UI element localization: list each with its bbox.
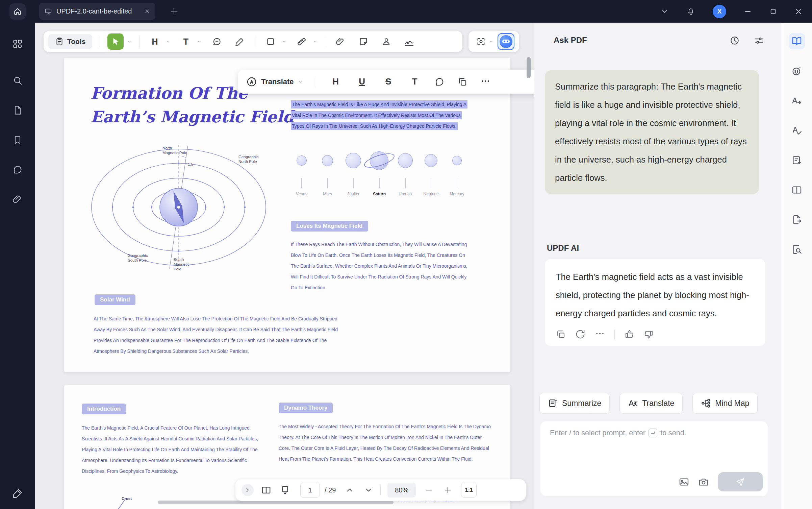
select-tool-button[interactable] — [107, 33, 124, 50]
text-tool-button[interactable]: T — [178, 34, 194, 49]
section-paragraph: The Most Widely - Accepted Theory For Th… — [279, 421, 491, 464]
tab-title: UPDF-2.0-cant-be-edited — [56, 7, 140, 15]
regenerate-icon[interactable] — [575, 329, 585, 339]
section-badge: Loses Its Magnetic Field — [291, 221, 368, 232]
divider — [100, 36, 100, 47]
chevron-down-icon[interactable] — [489, 39, 493, 44]
copy-icon[interactable] — [556, 329, 566, 339]
chevron-down-icon[interactable] — [282, 39, 286, 44]
account-avatar[interactable]: X — [713, 5, 726, 18]
translate-icon — [246, 76, 257, 87]
vertical-scrollbar[interactable] — [527, 57, 531, 78]
thumbs-down-icon[interactable] — [644, 329, 654, 339]
more-options-icon[interactable] — [480, 76, 490, 88]
apps-grid-icon[interactable] — [9, 36, 26, 52]
screenshot-tool-button[interactable] — [473, 34, 489, 49]
camera-capture-icon[interactable] — [698, 477, 709, 487]
underline-format-button[interactable]: U — [355, 76, 369, 87]
translate-button[interactable]: Translate — [619, 393, 683, 414]
tools-button[interactable]: Tools — [48, 34, 92, 49]
grammar-check-icon[interactable] — [789, 122, 805, 139]
notifications-bell-icon[interactable] — [686, 7, 695, 16]
minimize-icon[interactable] — [744, 7, 752, 16]
chevron-down-icon[interactable] — [127, 39, 132, 44]
expand-bar-icon[interactable] — [242, 484, 254, 496]
previous-page-icon[interactable] — [345, 486, 354, 494]
export-icon[interactable] — [789, 212, 805, 228]
label-axis-angle: 1.5 — [188, 162, 193, 167]
mindmap-icon — [701, 398, 711, 408]
strikethrough-format-button[interactable]: S — [382, 76, 395, 87]
document-tab[interactable]: UPDF-2.0-cant-be-edited — [39, 3, 155, 20]
attach-tool-button[interactable] — [333, 34, 348, 49]
user-message-bubble: Summarize this paragraph: The Earth's ma… — [545, 70, 759, 194]
settings-sliders-icon[interactable] — [754, 35, 764, 46]
text-style-button[interactable]: T — [408, 76, 422, 87]
page-total: / 29 — [325, 486, 336, 494]
zoom-level[interactable]: 80% — [387, 483, 416, 498]
reader-mode-icon[interactable] — [789, 33, 805, 49]
label-south-magnetic-pole: South Magnetic Pole — [174, 257, 189, 271]
zoom-in-icon[interactable] — [443, 486, 452, 494]
scroll-mode-icon[interactable] — [280, 485, 290, 495]
zoom-out-icon[interactable] — [425, 486, 433, 494]
section-badge: Introduction — [82, 404, 126, 414]
two-page-view-icon[interactable] — [261, 485, 271, 495]
summarize-button[interactable]: Summarize — [539, 393, 610, 414]
split-view-icon[interactable] — [789, 182, 805, 198]
bookmark-icon[interactable] — [9, 132, 26, 148]
history-icon[interactable] — [730, 35, 740, 46]
stamp-tool-button[interactable] — [379, 34, 394, 49]
ai-assistant-button[interactable] — [498, 33, 514, 50]
sticker-tool-button[interactable] — [356, 34, 371, 49]
add-image-icon[interactable] — [679, 477, 689, 487]
ruler-tool-button[interactable] — [294, 34, 309, 49]
search-icon[interactable] — [9, 72, 26, 89]
chevron-down-icon[interactable] — [661, 7, 669, 16]
chevron-down-icon[interactable] — [313, 39, 318, 44]
selected-paragraph[interactable]: The Earth's Magnetic Field Is Like A Hug… — [291, 99, 471, 131]
thumbs-up-icon[interactable] — [624, 329, 634, 339]
pen-logo-icon[interactable] — [9, 485, 26, 502]
close-icon[interactable] — [794, 7, 803, 16]
section-badge: Solar Wind — [95, 294, 135, 305]
signature-tool-button[interactable] — [402, 34, 417, 49]
notes-icon[interactable] — [789, 152, 805, 168]
next-page-icon[interactable] — [364, 486, 373, 494]
label-north-magnetic-pole: North Magnetic Pole — [162, 146, 187, 155]
comment-tool-button[interactable] — [209, 34, 225, 49]
shape-tool-button[interactable] — [263, 34, 278, 49]
tab-close-icon[interactable] — [144, 8, 150, 14]
response-actions — [556, 329, 755, 340]
horizontal-scrollbar[interactable] — [158, 501, 394, 504]
new-tab-button[interactable] — [170, 7, 178, 16]
main-toolbar: Tools H T — [44, 31, 462, 52]
translate-label: Translate — [261, 77, 294, 86]
send-button[interactable] — [718, 472, 763, 491]
chevron-down-icon[interactable] — [166, 39, 171, 44]
copy-format-button[interactable] — [457, 77, 467, 87]
prompt-input-box[interactable]: Enter / to select prompt, enter to send. — [540, 421, 768, 496]
pages-icon[interactable] — [9, 102, 26, 118]
more-options-icon[interactable] — [595, 329, 605, 340]
maximize-icon[interactable] — [769, 8, 777, 15]
translate-icon[interactable] — [789, 93, 805, 109]
translate-menu-button[interactable]: Translate — [246, 76, 303, 87]
heading-tool-button[interactable]: H — [147, 34, 162, 49]
window-controls: X — [661, 0, 812, 23]
attachment-icon[interactable] — [9, 191, 26, 208]
comment-icon[interactable] — [9, 162, 26, 178]
home-icon[interactable] — [9, 3, 26, 20]
pdf-page-1: Formation Of The Earth’s Magnetic Field … — [64, 58, 510, 372]
highlight-format-button[interactable]: H — [329, 76, 342, 87]
section-paragraph: If These Rays Reach The Earth Without Ob… — [291, 239, 468, 293]
actual-size-button[interactable]: 1:1 — [461, 483, 477, 498]
chevron-down-icon[interactable] — [197, 39, 202, 44]
cursor-icon — [111, 37, 120, 46]
page-number-input[interactable] — [300, 483, 320, 498]
mind-map-button[interactable]: Mind Map — [692, 393, 758, 414]
search-document-icon[interactable] — [789, 241, 805, 258]
pen-tool-button[interactable] — [232, 34, 248, 49]
ai-emoji-icon[interactable] — [789, 63, 805, 79]
comment-format-button[interactable] — [434, 77, 445, 87]
